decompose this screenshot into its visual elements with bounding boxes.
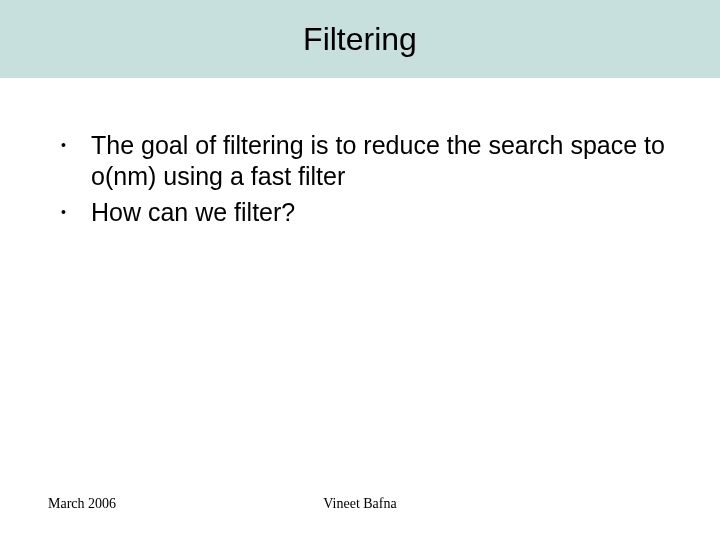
footer-author: Vineet Bafna — [0, 496, 720, 512]
body-area: The goal of filtering is to reduce the s… — [55, 130, 665, 232]
title-band: Filtering — [0, 0, 720, 78]
list-item: How can we filter? — [55, 197, 665, 228]
list-item: The goal of filtering is to reduce the s… — [55, 130, 665, 193]
bullet-list: The goal of filtering is to reduce the s… — [55, 130, 665, 228]
slide-title: Filtering — [303, 21, 417, 58]
slide: Filtering The goal of filtering is to re… — [0, 0, 720, 540]
